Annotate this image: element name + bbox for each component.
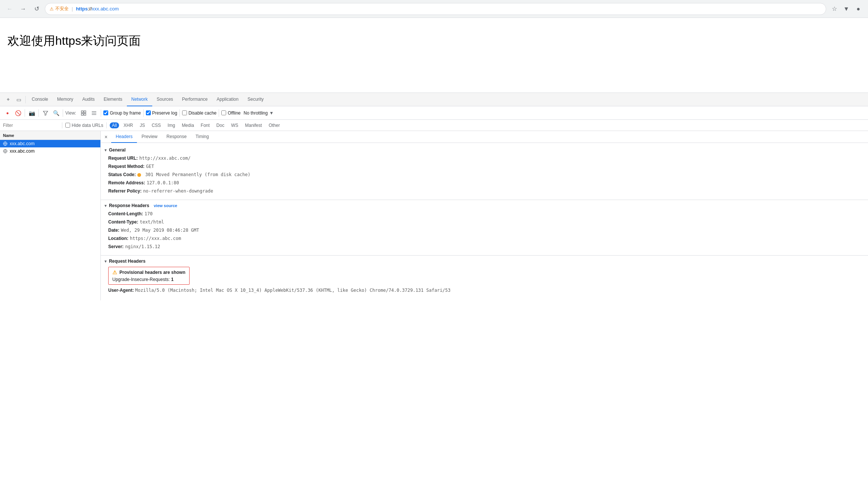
offline-label[interactable]: Offline xyxy=(221,110,240,116)
header-row: Request Method: GET xyxy=(108,162,865,171)
upgrade-header-value: 1 xyxy=(171,277,174,282)
page-title: 欢迎使用https来访问页面 xyxy=(7,33,861,49)
filter-type-all[interactable]: All xyxy=(110,122,119,128)
panel-tab-preview[interactable]: Preview xyxy=(137,131,162,143)
toolbar-divider-1 xyxy=(25,109,25,117)
general-section-header[interactable]: ▼ General xyxy=(101,146,868,154)
view-label: View: xyxy=(65,110,76,116)
browser-chrome: ← → ↺ ⚠ 不安全 | https://xxx.abc.com ☆ ▼ ● xyxy=(0,0,868,18)
svg-rect-0 xyxy=(81,111,83,113)
reload-button[interactable]: ↺ xyxy=(31,4,42,14)
triangle-icon: ▼ xyxy=(104,259,107,263)
filter-type-doc[interactable]: Doc xyxy=(214,122,227,128)
offline-checkbox[interactable] xyxy=(221,110,226,115)
device-icon-btn[interactable]: ▭ xyxy=(13,94,24,105)
chrome-actions: ☆ ▼ ● xyxy=(829,4,864,14)
filter-type-xhr[interactable]: XHR xyxy=(121,122,135,128)
tab-security[interactable]: Security xyxy=(243,93,268,106)
request-headers-section-header[interactable]: ▼ Request Headers xyxy=(101,257,868,265)
filter-type-font[interactable]: Font xyxy=(199,122,212,128)
tab-performance[interactable]: Performance xyxy=(178,93,212,106)
tab-console[interactable]: Console xyxy=(27,93,53,106)
warning-icon: ⚠ xyxy=(112,269,117,275)
camera-button[interactable]: 📷 xyxy=(27,109,36,118)
filter-type-media[interactable]: Media xyxy=(179,122,196,128)
cursor-icon-btn[interactable]: ⌖ xyxy=(3,94,13,105)
svg-rect-2 xyxy=(81,113,83,115)
cast-button[interactable]: ▼ xyxy=(841,4,852,14)
user-agent-value: Mozilla/5.0 (Macintosh; Intel Mac OS X 1… xyxy=(135,288,450,293)
svg-rect-3 xyxy=(84,113,86,115)
grid-view-button[interactable] xyxy=(79,109,88,118)
clear-button[interactable]: 🚫 xyxy=(13,109,22,118)
devtools-tab-bar: ⌖ ▭ Console Memory Audits Elements Netwo… xyxy=(0,93,868,106)
url-separator: | xyxy=(72,6,73,12)
toolbar-divider-2 xyxy=(38,109,39,117)
panel-tab-timing[interactable]: Timing xyxy=(191,131,213,143)
search-button[interactable]: 🔍 xyxy=(51,109,60,118)
throttle-dropdown-button[interactable]: ▼ xyxy=(269,110,274,116)
network-row[interactable]: xxx.abc.com xyxy=(0,140,100,147)
panel-tab-response[interactable]: Response xyxy=(162,131,191,143)
network-row[interactable]: xxx.abc.com xyxy=(0,147,100,155)
tab-memory[interactable]: Memory xyxy=(53,93,78,106)
tab-elements[interactable]: Elements xyxy=(99,93,127,106)
group-by-frame-label[interactable]: Group by frame xyxy=(103,110,141,116)
panel-tab-headers[interactable]: Headers xyxy=(111,131,137,143)
tab-sources[interactable]: Sources xyxy=(152,93,178,106)
header-row: Status Code: 301 Moved Permanently (from… xyxy=(108,171,865,179)
hide-data-urls-checkbox[interactable] xyxy=(65,123,70,128)
triangle-icon: ▼ xyxy=(104,204,107,208)
filter-type-ws[interactable]: WS xyxy=(229,122,240,128)
warning-triangle-icon: ⚠ xyxy=(50,6,54,12)
filter-type-img[interactable]: Img xyxy=(165,122,177,128)
header-row: Request URL: http://xxx.abc.com/ xyxy=(108,154,865,162)
general-section-title: General xyxy=(109,147,126,153)
filter-type-manifest[interactable]: Manifest xyxy=(243,122,264,128)
toolbar-divider-6 xyxy=(179,109,180,117)
list-view-button[interactable] xyxy=(90,109,99,118)
response-headers-content: Content-Length: 170 Content-Type: text/h… xyxy=(101,210,868,254)
toolbar-divider-4 xyxy=(101,109,101,117)
preserve-log-label[interactable]: Preserve log xyxy=(146,110,177,116)
filter-type-other[interactable]: Other xyxy=(266,122,282,128)
bookmark-button[interactable]: ☆ xyxy=(829,4,840,14)
warning-text: Provisional headers are shown xyxy=(119,270,185,275)
toolbar-divider-5 xyxy=(143,109,144,117)
record-button[interactable]: ● xyxy=(3,109,12,118)
warning-row: ⚠ Provisional headers are shown xyxy=(112,269,185,275)
network-list: Name xxx.abc.com xxx.abc.com xyxy=(0,131,101,300)
warning-header-upgrade: Upgrade-Insecure-Requests: 1 xyxy=(112,277,185,282)
response-headers-section-header[interactable]: ▼ Response Headers view source xyxy=(101,201,868,210)
group-by-frame-checkbox[interactable] xyxy=(103,110,108,115)
view-source-link[interactable]: view source xyxy=(154,203,177,208)
favicon-icon xyxy=(3,141,7,146)
user-agent-name: User-Agent: xyxy=(108,288,134,293)
devtools-panel: ⌖ ▭ Console Memory Audits Elements Netwo… xyxy=(0,93,868,300)
panel-close-button[interactable]: × xyxy=(101,132,111,142)
profile-button[interactable]: ● xyxy=(853,4,864,14)
forward-button[interactable]: → xyxy=(18,4,28,14)
filter-type-css[interactable]: CSS xyxy=(149,122,163,128)
request-headers-title: Request Headers xyxy=(109,259,146,264)
filter-button[interactable] xyxy=(41,109,50,118)
header-row: Remote Address: 127.0.0.1:80 xyxy=(108,179,865,187)
filter-input[interactable] xyxy=(3,123,59,128)
address-bar[interactable]: ⚠ 不安全 | https://xxx.abc.com xyxy=(45,3,826,15)
network-list-header: Name xyxy=(0,131,100,140)
hide-data-urls-label[interactable]: Hide data URLs xyxy=(65,123,103,128)
triangle-icon: ▼ xyxy=(104,148,107,152)
back-button[interactable]: ← xyxy=(4,4,15,14)
header-row: Referrer Policy: no-referrer-when-downgr… xyxy=(108,187,865,195)
disable-cache-label[interactable]: Disable cache xyxy=(182,110,216,116)
tab-divider xyxy=(25,96,26,103)
tab-audits[interactable]: Audits xyxy=(78,93,99,106)
filter-type-js[interactable]: JS xyxy=(137,122,147,128)
tab-application[interactable]: Application xyxy=(212,93,243,106)
disable-cache-checkbox[interactable] xyxy=(182,110,187,115)
user-agent-row: User-Agent: Mozilla/5.0 (Macintosh; Inte… xyxy=(108,286,865,294)
preserve-log-checkbox[interactable] xyxy=(146,110,151,115)
url-display: https://xxx.abc.com xyxy=(76,6,119,12)
header-row: Content-Type: text/html xyxy=(108,218,865,226)
tab-network[interactable]: Network xyxy=(127,93,152,106)
